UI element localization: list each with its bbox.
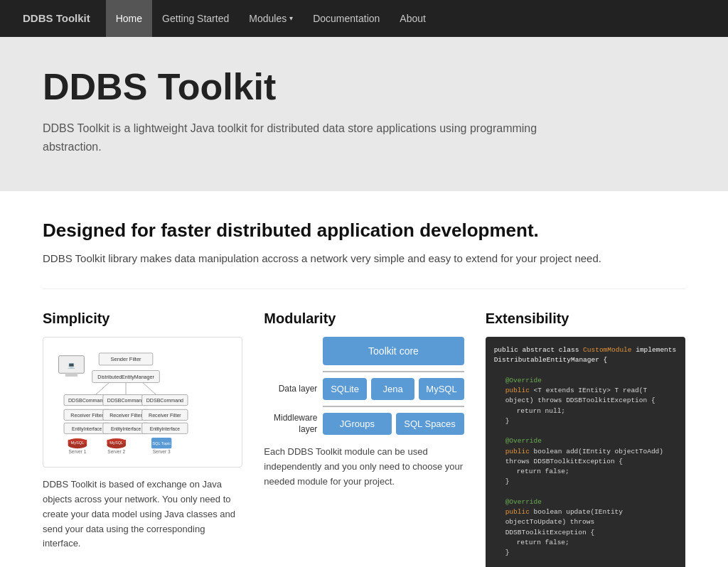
simplicity-column: Simplicity 💻 Sender Filter DistributedEn… xyxy=(43,310,242,567)
nav-item-getting-started[interactable]: Getting Started xyxy=(152,0,239,37)
svg-text:EntityInterface: EntityInterface xyxy=(111,426,141,432)
simplicity-svg: 💻 Sender Filter DistributedEntityManager… xyxy=(52,346,233,456)
nav-brand[interactable]: DDBS Toolkit xyxy=(14,0,99,37)
simplicity-diagram: 💻 Sender Filter DistributedEntityManager… xyxy=(43,337,242,468)
svg-text:SQL Topic: SQL Topic xyxy=(152,442,171,446)
main-content: Designed for faster distributed applicat… xyxy=(0,191,728,567)
svg-text:EntityInterface: EntityInterface xyxy=(72,426,102,432)
svg-text:EntityInterface: EntityInterface xyxy=(150,426,181,432)
extensibility-column: Extensibility public abstract class Cust… xyxy=(486,310,685,567)
svg-text:MySQL: MySQL xyxy=(109,441,123,445)
navbar: DDBS Toolkit Home Getting Started Module… xyxy=(0,0,728,37)
svg-text:Sender Filter: Sender Filter xyxy=(110,356,141,362)
nav-item-about[interactable]: About xyxy=(390,0,436,37)
tagline-section: Designed for faster distributed applicat… xyxy=(43,220,685,289)
svg-text:Server 1: Server 1 xyxy=(68,449,86,454)
middleware-layer-row: Middleware layer JGroups SQL Spaces xyxy=(264,413,464,435)
mod-divider-2 xyxy=(323,406,464,407)
simplicity-description: DDBS Toolkit is based of exchange on Jav… xyxy=(43,477,242,551)
middleware-layer-label: Middleware layer xyxy=(264,413,317,435)
chevron-down-icon: ▾ xyxy=(289,0,293,37)
tagline-body: DDBS Toolkit library makes data manipula… xyxy=(43,250,626,267)
data-layer-row: Data layer SQLite Jena MySQL xyxy=(264,378,464,400)
toolkit-core-block: Toolkit core xyxy=(323,337,464,365)
svg-text:Receiver Filter: Receiver Filter xyxy=(149,413,181,418)
extensibility-title: Extensibility xyxy=(486,310,685,327)
svg-text:DDSBCommand: DDSBCommand xyxy=(107,398,144,404)
tagline-heading: Designed for faster distributed applicat… xyxy=(43,220,685,242)
svg-line-7 xyxy=(95,383,109,395)
modularity-diagram: Toolkit core Data layer SQLite Jena MySQ… xyxy=(264,337,464,435)
sql-spaces-block: SQL Spaces xyxy=(396,413,464,435)
sqlite-block: SQLite xyxy=(323,378,367,400)
hero-description: DDBS Toolkit is a lightweight Java toolk… xyxy=(43,119,540,156)
modularity-description: Each DDBS Toolkit module can be used ind… xyxy=(264,445,464,489)
modularity-column: Modularity Toolkit core Data layer SQLit… xyxy=(264,310,464,567)
modularity-title: Modularity xyxy=(264,310,464,327)
extensibility-code: public abstract class CustomModule imple… xyxy=(486,337,685,567)
svg-text:Receiver Filter: Receiver Filter xyxy=(70,413,103,418)
data-layer-label: Data layer xyxy=(264,384,317,395)
nav-item-modules[interactable]: Modules ▾ xyxy=(239,0,303,37)
simplicity-title: Simplicity xyxy=(43,310,242,327)
mysql-block: MySQL xyxy=(419,378,464,400)
svg-text:Server 3: Server 3 xyxy=(153,449,171,454)
svg-text:DDSBCommand: DDSBCommand xyxy=(68,398,105,404)
svg-line-9 xyxy=(143,383,156,395)
nav-item-documentation[interactable]: Documentation xyxy=(303,0,390,37)
svg-text:Receiver Filter: Receiver Filter xyxy=(109,413,142,418)
svg-text:DistributedEntityManager: DistributedEntityManager xyxy=(97,374,154,380)
features-columns: Simplicity 💻 Sender Filter DistributedEn… xyxy=(43,310,685,567)
jena-block: Jena xyxy=(371,378,415,400)
svg-text:DDSBCommand: DDSBCommand xyxy=(146,398,183,404)
nav-item-home[interactable]: Home xyxy=(106,0,152,37)
jgroups-block: JGroups xyxy=(323,413,391,435)
svg-rect-1 xyxy=(65,373,77,377)
hero-title: DDBS Toolkit xyxy=(43,65,685,108)
hero-section: DDBS Toolkit DDBS Toolkit is a lightweig… xyxy=(0,37,728,191)
svg-text:MySQL: MySQL xyxy=(71,441,85,445)
mod-divider-1 xyxy=(323,371,464,372)
svg-text:Server 2: Server 2 xyxy=(107,449,125,454)
svg-text:💻: 💻 xyxy=(68,362,75,369)
